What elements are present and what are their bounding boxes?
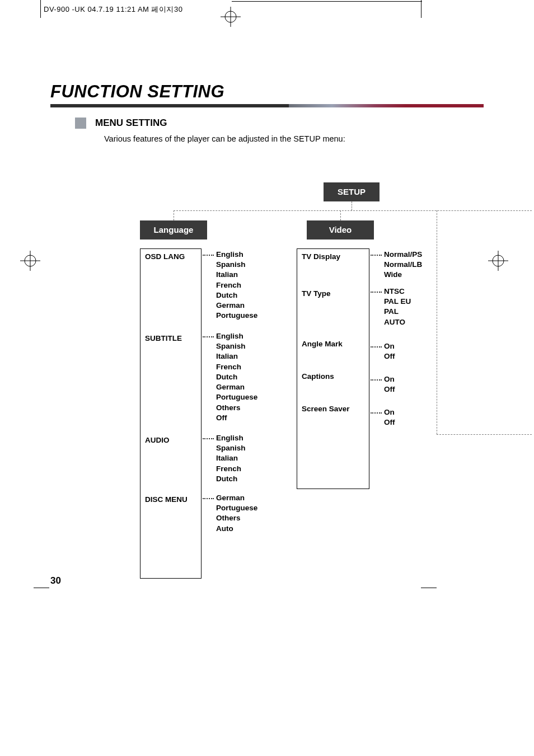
- connector: [174, 210, 174, 220]
- option: NTSC: [384, 287, 446, 297]
- subtitle-options: English Spanish Italian French Dutch Ger…: [216, 331, 278, 423]
- crop-tick-top-left: [40, 0, 41, 18]
- crop-line-top: [232, 1, 422, 2]
- screen-saver-options: On Off: [384, 407, 446, 428]
- connector: [203, 498, 214, 499]
- option: French: [216, 464, 278, 474]
- option: English: [216, 250, 278, 260]
- section-heading: MENU SETTING: [95, 118, 167, 129]
- connector: [203, 336, 214, 337]
- connector: [437, 434, 532, 435]
- title-underline: [50, 104, 484, 107]
- connector: [371, 292, 382, 293]
- crop-header: DV-900 -UK 04.7.19 11:21 AM 페이지30: [44, 4, 534, 15]
- osd-lang-options: English Spanish Italian French Dutch Ger…: [216, 250, 278, 321]
- language-items-box: OSD LANG SUBTITLE AUDIO DISC MENU: [140, 248, 202, 579]
- option: Dutch: [216, 474, 278, 484]
- option: Portuguese: [216, 503, 278, 513]
- option: On: [384, 374, 446, 384]
- option: Portuguese: [216, 311, 278, 321]
- language-node: Language: [140, 220, 207, 240]
- connector: [203, 255, 214, 256]
- option: Off: [216, 413, 278, 423]
- disc-menu-label: DISC MENU: [140, 492, 201, 505]
- option: Dutch: [216, 372, 278, 382]
- option: English: [216, 433, 278, 443]
- tv-type-options: NTSC PAL EU PAL AUTO: [384, 287, 446, 327]
- connector: [371, 255, 382, 256]
- video-items-box: TV Display TV Type Angle Mark Captions S…: [297, 248, 369, 489]
- option: French: [216, 280, 278, 290]
- option: Spanish: [216, 443, 278, 453]
- option: German: [216, 493, 278, 503]
- option: Wide: [384, 270, 446, 280]
- subtitle-label: SUBTITLE: [140, 331, 201, 344]
- setup-node: SETUP: [324, 182, 380, 201]
- crop-tick-bottom-left-h: [34, 588, 49, 588]
- screen-saver-label: Screen Saver: [297, 401, 369, 415]
- option: Italian: [216, 453, 278, 463]
- connector: [174, 210, 532, 211]
- option: German: [216, 300, 278, 311]
- option: PAL EU: [384, 297, 446, 307]
- page-content: FUNCTION SETTING MENU SETTING Various fe…: [0, 15, 534, 591]
- option: Dutch: [216, 290, 278, 300]
- option: Italian: [216, 270, 278, 280]
- audio-label: AUDIO: [140, 433, 201, 446]
- option: On: [384, 407, 446, 417]
- option: Normal/PS: [384, 250, 446, 260]
- audio-options: English Spanish Italian French Dutch: [216, 433, 278, 484]
- option: Italian: [216, 351, 278, 361]
- connector: [371, 379, 382, 381]
- angle-mark-label: Angle Mark: [297, 336, 369, 350]
- tv-display-options: Normal/PS Normal/LB Wide: [384, 250, 446, 280]
- captions-options: On Off: [384, 374, 446, 395]
- captions-label: Captions: [297, 369, 369, 382]
- angle-mark-options: On Off: [384, 341, 446, 361]
- option: Auto: [216, 524, 278, 534]
- option: Others: [216, 403, 278, 413]
- register-mark-right: [488, 251, 508, 271]
- register-mark-left: [20, 251, 40, 271]
- connector: [340, 210, 341, 220]
- option: Normal/LB: [384, 260, 446, 270]
- option: Off: [384, 384, 446, 395]
- option: Others: [216, 513, 278, 523]
- video-node: Video: [307, 220, 374, 240]
- option: German: [216, 382, 278, 392]
- page-number: 30: [50, 575, 61, 586]
- option: PAL: [384, 307, 446, 317]
- intro-text: Various features of the player can be ad…: [104, 134, 484, 143]
- connector: [352, 201, 352, 210]
- option: On: [384, 341, 446, 351]
- tv-type-label: TV Type: [297, 286, 369, 299]
- option: French: [216, 362, 278, 372]
- section-bullet-icon: [75, 118, 86, 129]
- disc-menu-options: German Portuguese Others Auto: [216, 493, 278, 534]
- register-mark-top: [221, 7, 241, 27]
- connector: [203, 438, 214, 439]
- osd-lang-label: OSD LANG: [140, 249, 201, 262]
- tv-display-label: TV Display: [297, 249, 369, 262]
- crop-tick-top-right: [421, 0, 421, 18]
- option: Spanish: [216, 341, 278, 351]
- option: Off: [384, 351, 446, 361]
- option: Portuguese: [216, 392, 278, 402]
- option: AUTO: [384, 317, 446, 327]
- option: English: [216, 331, 278, 341]
- page-title: FUNCTION SETTING: [50, 82, 484, 102]
- setup-diagram: SETUP Language Video OSD LANG SUBTITLE A…: [123, 182, 484, 591]
- connector: [371, 412, 382, 414]
- option: Off: [384, 417, 446, 428]
- option: Spanish: [216, 260, 278, 270]
- section-header-row: MENU SETTING: [75, 118, 484, 129]
- connector: [371, 346, 382, 348]
